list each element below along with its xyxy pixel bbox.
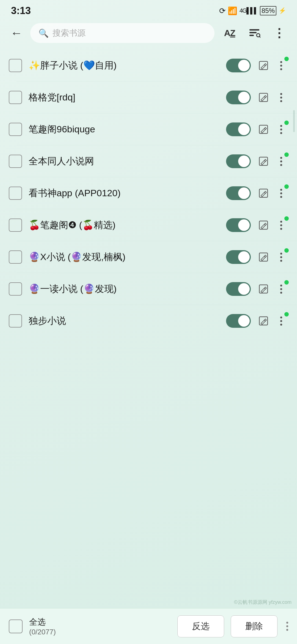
bottom-dot-1 [286, 622, 288, 624]
green-dot-8 [284, 280, 289, 285]
source-name-3: 笔趣阁96biquge [29, 123, 221, 136]
source-name-4: 全本同人小说网 [29, 155, 221, 168]
more-button-6[interactable] [274, 217, 288, 233]
source-item-9: 独步小说 [0, 305, 297, 337]
checkbox-8[interactable] [9, 282, 22, 296]
checkbox-7[interactable] [9, 250, 22, 264]
select-all-count: (0/2077) [29, 628, 56, 636]
source-item-2: 格格党[rdq] [0, 81, 297, 113]
source-item-1: ✨胖子小说 (💙自用) [0, 50, 297, 81]
signal-icon: 4G▌▌▌ [240, 7, 258, 14]
checkbox-4[interactable] [9, 155, 22, 168]
bottom-bar: 全选 (0/2077) 反选 删除 [0, 608, 297, 644]
toggle-5[interactable] [226, 186, 251, 200]
toggle-9[interactable] [226, 314, 251, 328]
top-bar: ← 🔍 搜索书源 AZ ⋮ [0, 19, 297, 47]
svg-rect-2 [249, 35, 254, 36]
svg-rect-0 [249, 29, 259, 31]
back-button[interactable]: ← [8, 25, 25, 41]
watermark: ©云帆书源源网 yfzyw.com [234, 599, 292, 605]
filter-button[interactable] [245, 23, 264, 43]
source-name-8: 🔮一读小说 (🔮发现) [29, 282, 221, 296]
svg-line-4 [259, 36, 260, 37]
more-button-7[interactable] [274, 249, 288, 265]
search-placeholder: 搜索书源 [53, 28, 86, 39]
source-item-5: 看书神app (APP0120) [0, 177, 297, 209]
source-name-5: 看书神app (APP0120) [29, 187, 221, 200]
select-all-label-wrap: 全选 (0/2077) [29, 616, 56, 636]
source-name-2: 格格党[rdq] [29, 91, 221, 104]
edit-button-4[interactable] [255, 153, 272, 170]
more-button-2[interactable] [274, 89, 288, 106]
checkbox-1[interactable] [9, 59, 22, 72]
green-dot-1 [284, 57, 289, 61]
edit-button-7[interactable] [255, 249, 272, 265]
select-all-label: 全选 [29, 616, 56, 628]
svg-rect-1 [249, 32, 257, 33]
source-item-4: 全本同人小说网 [0, 145, 297, 177]
delete-button[interactable]: 删除 [231, 615, 277, 637]
bottom-more-button[interactable] [286, 622, 288, 631]
checkbox-3[interactable] [9, 123, 22, 136]
status-time: 3:13 [11, 5, 31, 17]
more-button-5[interactable] [274, 185, 288, 201]
green-dot-6 [284, 216, 289, 221]
more-button-8[interactable] [274, 281, 288, 297]
battery-icon: 85% [260, 6, 276, 15]
filter-icon [248, 27, 260, 39]
toggle-8[interactable] [226, 282, 251, 296]
select-all-checkbox[interactable] [9, 620, 23, 633]
source-item-3: 笔趣阁96biquge [0, 113, 297, 145]
more-button-3[interactable] [274, 121, 288, 138]
source-item-8: 🔮一读小说 (🔮发现) [0, 273, 297, 305]
search-icon: 🔍 [38, 28, 49, 38]
bottom-dot-3 [286, 629, 288, 631]
status-bar: 3:13 ⟳ 📶 4G▌▌▌ 85% ⚡ [0, 0, 297, 19]
toggle-6[interactable] [226, 218, 251, 232]
bottom-dot-2 [286, 625, 288, 627]
sort-az-button[interactable]: AZ [220, 23, 239, 43]
more-button-1[interactable] [274, 57, 288, 74]
source-item-7: 🔮X小说 (🔮发现,楠枫) [0, 241, 297, 273]
checkbox-2[interactable] [9, 91, 22, 104]
invert-button[interactable]: 反选 [177, 615, 224, 637]
green-dot-5 [284, 184, 289, 189]
edit-button-9[interactable] [255, 313, 272, 329]
edit-button-8[interactable] [255, 281, 272, 297]
toggle-3[interactable] [226, 122, 251, 136]
source-name-9: 独步小说 [29, 314, 221, 328]
more-button[interactable]: ⋮ [270, 23, 289, 43]
more-button-9[interactable] [274, 313, 288, 329]
green-dot-7 [284, 248, 289, 253]
checkbox-9[interactable] [9, 314, 22, 328]
source-name-7: 🔮X小说 (🔮发现,楠枫) [29, 250, 221, 264]
edit-button-3[interactable] [255, 121, 272, 138]
toggle-4[interactable] [226, 154, 251, 168]
edit-button-1[interactable] [255, 57, 272, 74]
source-name-6: 🍒笔趣阁❹ (🍒精选) [29, 219, 221, 232]
edit-button-6[interactable] [255, 217, 272, 233]
edit-button-5[interactable] [255, 185, 272, 201]
source-list: ✨胖子小说 (💙自用) 格格党[rdq] [0, 47, 297, 340]
charging-icon: ⚡ [279, 7, 286, 14]
source-item-6: 🍒笔趣阁❹ (🍒精选) [0, 209, 297, 241]
edit-button-2[interactable] [255, 89, 272, 106]
toggle-7[interactable] [226, 250, 251, 264]
rotate-icon: ⟳ [219, 6, 226, 15]
green-dot-9 [284, 312, 289, 316]
green-dot-3 [284, 121, 289, 125]
checkbox-5[interactable] [9, 187, 22, 200]
green-dot-4 [284, 152, 289, 157]
toggle-2[interactable] [226, 91, 251, 104]
checkbox-6[interactable] [9, 219, 22, 232]
wifi-icon: 📶 [228, 6, 237, 15]
status-icons: ⟳ 📶 4G▌▌▌ 85% ⚡ [219, 6, 286, 15]
source-name-1: ✨胖子小说 (💙自用) [29, 59, 221, 72]
more-button-4[interactable] [274, 153, 288, 170]
search-bar[interactable]: 🔍 搜索书源 [30, 23, 215, 43]
toggle-1[interactable] [226, 59, 251, 72]
scroll-indicator [293, 110, 295, 132]
